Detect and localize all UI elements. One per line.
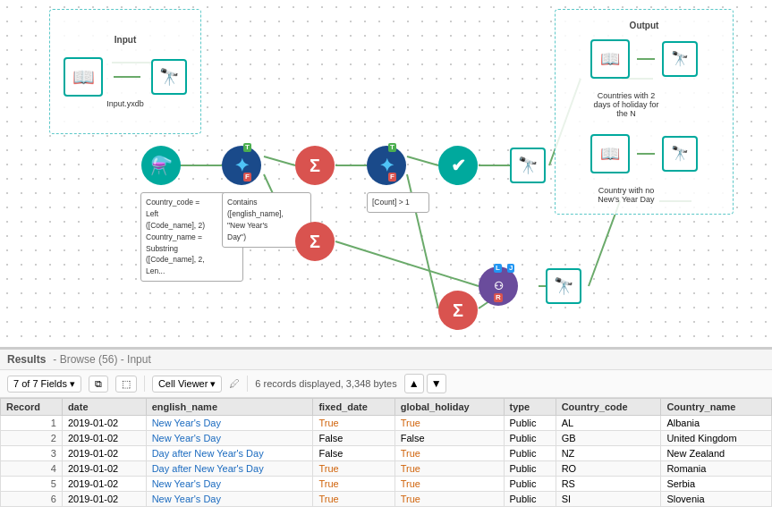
input-box-title: Input [115, 35, 136, 45]
copy-btn[interactable]: ⧉ [89, 376, 108, 393]
summarize-node-3[interactable]: Σ [438, 291, 478, 330]
summarize-node-1[interactable]: Σ [295, 146, 335, 185]
col-record[interactable]: Record [1, 399, 63, 416]
results-title: Results [7, 353, 46, 366]
arrow-down-btn[interactable]: ▼ [427, 374, 446, 393]
results-subtitle: - Browse (56) - Input [53, 353, 150, 366]
toolbar-divider-1 [144, 376, 145, 392]
join-r-badge: R [494, 293, 503, 302]
viewer-chevron: ▾ [210, 378, 216, 390]
output-read-icon-2[interactable]: 📖 [590, 134, 630, 173]
fields-btn[interactable]: 7 of 7 Fields ▾ [7, 376, 81, 393]
output-read-icon-1[interactable]: 📖 [590, 39, 630, 79]
summarize-node-2[interactable]: Σ [295, 222, 335, 261]
input-box: Input 📖 🔭 Input.yxdb [49, 9, 201, 134]
filter2-true-badge: T [388, 143, 396, 152]
cell-viewer-btn[interactable]: Cell Viewer ▾ [152, 376, 222, 393]
svg-line-3 [264, 156, 295, 165]
table-row[interactable]: 42019-01-02Day after New Year's DayTrueT… [1, 461, 772, 477]
browse-node-output3[interactable]: 🔭 [546, 268, 581, 304]
col-country-name[interactable]: Country_name [661, 399, 772, 416]
col-english-name[interactable]: english_name [146, 399, 313, 416]
input-file-label: Input.yxdb [106, 99, 144, 108]
svg-line-11 [335, 241, 479, 286]
join-l-badge: L [494, 264, 502, 273]
results-header: Results - Browse (56) - Input [0, 350, 772, 370]
browse-icon-output-2[interactable]: 🔭 [662, 136, 698, 172]
toolbar-arrows: ▲ ▼ [404, 374, 446, 393]
col-type[interactable]: type [504, 399, 556, 416]
col-country-code[interactable]: Country_code [556, 399, 661, 416]
toolbar-divider-2 [247, 376, 248, 392]
viewer-label: Cell Viewer [158, 378, 208, 389]
output-box: Output 📖 🔭 Countries with 2 days of holi… [555, 9, 734, 215]
results-toolbar: 7 of 7 Fields ▾ ⧉ ⬚ Cell Viewer ▾ 🖊 6 re… [0, 370, 772, 398]
table-row[interactable]: 62019-01-02New Year's DayTrueTruePublicS… [1, 492, 772, 507]
table-row[interactable]: 12019-01-02New Year's DayTrueTruePublicA… [1, 416, 772, 431]
arrow-up-btn[interactable]: ▲ [404, 374, 424, 393]
data-table-wrapper[interactable]: Record date english_name fixed_date glob… [0, 398, 772, 507]
workflow-canvas: Input 📖 🔭 Input.yxdb Output 📖 [0, 0, 772, 349]
table-row[interactable]: 52019-01-02New Year's DayTrueTruePublicR… [1, 477, 772, 492]
data-table: Record date english_name fixed_date glob… [0, 398, 772, 507]
output-box-title: Output [630, 21, 659, 30]
records-info: 6 records displayed, 3,348 bytes [255, 378, 396, 389]
filter1-true-badge: T [243, 143, 251, 152]
filter2-false-badge: F [388, 173, 396, 182]
formula-node[interactable]: ⚗️ [141, 146, 181, 185]
col-fixed-date[interactable]: fixed_date [313, 399, 394, 416]
col-date[interactable]: date [62, 399, 146, 416]
table-row[interactable]: 22019-01-02New Year's DayFalseFalsePubli… [1, 431, 772, 446]
table-row[interactable]: 32019-01-02Day after New Year's DayFalse… [1, 446, 772, 461]
fields-chevron: ▾ [70, 378, 75, 390]
browse-icon-input[interactable]: 🔭 [151, 59, 187, 95]
annotation-filter2: [Count] > 1 [367, 192, 429, 213]
svg-line-6 [407, 156, 438, 165]
join-j-badge: J [507, 264, 514, 273]
results-panel: Results - Browse (56) - Input 7 of 7 Fie… [0, 349, 772, 532]
browse-icon-output-1[interactable]: 🔭 [662, 41, 698, 77]
output-label-1: Countries with 2 days of holiday for the… [590, 91, 662, 118]
fields-label: 7 of 7 Fields [13, 378, 67, 389]
export-btn[interactable]: ⬚ [115, 376, 137, 393]
filter-node-2[interactable]: ✦ [367, 146, 406, 185]
col-global-holiday[interactable]: global_holiday [394, 399, 504, 416]
filter-node-1[interactable]: ✦ [222, 146, 261, 185]
output-label-2: Country with no New's Year Day [590, 186, 662, 204]
browse-node-middle[interactable]: 🔭 [510, 148, 546, 183]
pin-icon: 🖊 [229, 377, 240, 390]
read-icon[interactable]: 📖 [64, 57, 103, 97]
check-node[interactable]: ✔ [438, 146, 478, 185]
filter1-false-badge: F [243, 173, 251, 182]
